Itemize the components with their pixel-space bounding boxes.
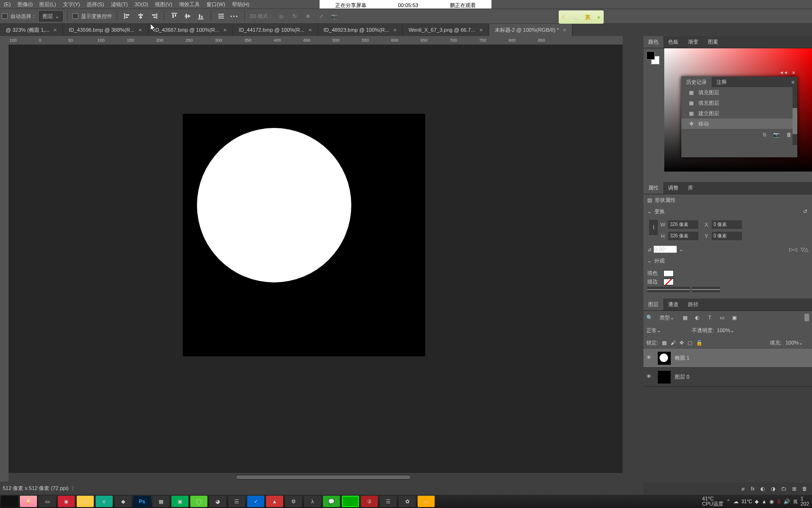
lock-brush-icon[interactable]: 🖌 — [670, 340, 676, 345]
gpu-temp[interactable]: 41°C CPU温度 — [702, 496, 723, 507]
opacity-input[interactable]: 100%⌄ — [717, 327, 741, 334]
tray-icon[interactable]: ◆ — [755, 499, 758, 505]
history-item[interactable]: ▦填充图层 — [681, 87, 797, 98]
3d-roll-icon[interactable]: ↻ — [289, 11, 300, 21]
canvas-viewport[interactable] — [9, 45, 623, 473]
taskbar-camera-icon[interactable]: ◉ — [58, 496, 75, 507]
stroke-swatch[interactable] — [663, 279, 674, 285]
visibility-icon[interactable]: 👁 — [646, 373, 654, 381]
tab-history[interactable]: 历史记录 — [681, 76, 712, 88]
height-input[interactable] — [668, 232, 698, 240]
transform-section-header[interactable]: ⌄ 变换 ↺ — [643, 206, 812, 217]
taskbar-app-icon[interactable]: λ — [304, 496, 321, 507]
close-icon[interactable]: ✕ — [223, 27, 227, 33]
layer-thumbnail[interactable] — [658, 352, 671, 365]
new-layer-icon[interactable]: ⊞ — [792, 486, 796, 492]
taskbar-explorer-icon[interactable]: 🗀 — [77, 496, 94, 507]
ellipse-shape[interactable] — [197, 128, 351, 282]
horizontal-scrollbar[interactable] — [9, 473, 623, 481]
filter-type-icon[interactable]: T — [705, 313, 714, 322]
taskbar-app-icon[interactable]: ◯ — [190, 496, 207, 507]
layer-mask-icon[interactable]: ◐ — [760, 486, 765, 492]
history-item[interactable]: ▦建立图层 — [681, 108, 797, 118]
close-icon[interactable]: ✕ — [792, 70, 795, 75]
scrollbar-thumb[interactable] — [236, 475, 411, 480]
fill-adjust-icon[interactable]: ◑ — [771, 486, 776, 492]
menu-edit[interactable]: (E) — [1, 0, 14, 8]
tab-libraries[interactable]: 库 — [683, 182, 698, 194]
document-canvas[interactable] — [183, 114, 425, 356]
tray-icon[interactable]: ◉ — [769, 499, 774, 505]
y-input[interactable] — [712, 232, 742, 240]
search-icon[interactable]: 🔍 — [646, 315, 653, 321]
document-tab[interactable]: 未标题-2 @ 100%(RGB/8) *✕ — [489, 24, 573, 36]
stroke-style-dropdown[interactable] — [692, 287, 720, 292]
group-icon[interactable]: 🗀 — [781, 486, 786, 491]
close-icon[interactable]: ✕ — [308, 27, 312, 33]
layer-fx-icon[interactable]: fx — [750, 486, 755, 491]
link-wh-icon[interactable]: ⌇ — [649, 220, 658, 235]
flip-h-icon[interactable]: ▷◁ — [789, 246, 797, 253]
layer-name[interactable]: 椭圆 1 — [675, 354, 689, 362]
tray-icon[interactable]: ▲ — [761, 499, 767, 504]
history-scrollbar[interactable] — [793, 87, 797, 145]
taskbar-app-icon[interactable] — [342, 496, 359, 507]
lock-all-icon[interactable]: 🔒 — [696, 340, 703, 346]
taskbar-app-icon[interactable]: ◆ — [115, 496, 132, 507]
tab-notes[interactable]: 注释 — [712, 76, 732, 88]
close-icon[interactable]: ✕ — [393, 27, 397, 33]
appearance-section-header[interactable]: ⌄ 外观 — [643, 255, 812, 266]
document-tab[interactable]: ID_44172.bmp @ 100%(R...✕ — [233, 24, 318, 36]
collapse-icon[interactable]: ◄◄ — [779, 70, 788, 75]
taskbar-app-icon[interactable]: ☰ — [228, 496, 245, 507]
taskbar-edge-icon[interactable]: e — [96, 496, 113, 507]
snapshot-icon[interactable]: 📷 — [773, 132, 780, 138]
trash-icon[interactable]: 🗑 — [786, 132, 792, 137]
document-tab[interactable]: ID_48923.bmp @ 100%(R...✕ — [318, 24, 403, 36]
document-tab[interactable]: @ 323% (椭圆 1,...✕ — [0, 24, 63, 36]
taskbar-wechat-icon[interactable]: 💬 — [323, 496, 340, 507]
tab-patterns[interactable]: 图案 — [703, 36, 723, 48]
menu-window[interactable]: 窗口(W) — [204, 0, 228, 9]
link-layers-icon[interactable]: ⌀ — [741, 486, 745, 492]
taskbar-photoshop-icon[interactable]: Ps — [134, 496, 151, 507]
layer-row[interactable]: 👁椭圆 1 — [643, 349, 812, 368]
document-tab[interactable]: ID_43687.bmp @ 100%(R...✕ — [148, 24, 233, 36]
menu-filter[interactable]: 滤镜(T) — [108, 0, 131, 9]
ruler-vertical[interactable] — [0, 45, 9, 481]
tab-gradients[interactable]: 渐变 — [683, 36, 703, 48]
trash-icon[interactable]: 🗑 — [802, 486, 807, 491]
align-bottom-icon[interactable] — [196, 11, 206, 21]
taskbar-taskview-icon[interactable]: ▭ — [39, 496, 56, 507]
3d-pan-icon[interactable]: ✥ — [303, 11, 313, 21]
align-left-icon[interactable] — [122, 11, 133, 21]
history-panel-floating[interactable]: ◄◄ ✕ 历史记录 注释 ≡ ▦填充图层▦填充图层▦建立图层✥移动 ⎘ 📷 🗑 — [681, 77, 797, 157]
scrollbar-thumb[interactable] — [793, 108, 797, 134]
taskbar-chrome-icon[interactable]: ◕ — [209, 496, 226, 507]
ime-indicator[interactable]: 英 — [793, 499, 798, 504]
3d-orbit-icon[interactable]: ◎ — [276, 11, 286, 21]
distribute-icon[interactable] — [216, 11, 226, 21]
stroke-width-slider[interactable] — [647, 287, 690, 292]
chevron-down-icon[interactable]: ⌄ — [679, 246, 683, 253]
document-tab[interactable]: ID_43596.bmp @ 388%(R...✕ — [63, 24, 148, 36]
taskbar-app-icon[interactable]: ▲ — [266, 496, 283, 507]
lock-position-icon[interactable]: ✥ — [679, 340, 684, 346]
3d-slide-icon[interactable]: ⤢ — [316, 11, 326, 21]
menu-view[interactable]: 视图(V) — [152, 0, 175, 9]
close-icon[interactable]: ✕ — [138, 27, 142, 33]
x-input[interactable] — [712, 220, 742, 229]
fill-swatch[interactable] — [663, 270, 674, 277]
auto-select-dropdown[interactable]: 图层 ⌄ — [39, 11, 62, 21]
create-document-icon[interactable]: ⎘ — [763, 132, 767, 137]
filter-adjust-icon[interactable]: ◐ — [693, 313, 702, 322]
taskbar-app-icon[interactable]: ▣ — [171, 496, 188, 507]
filter-toggle[interactable] — [804, 314, 809, 321]
flip-v-icon[interactable]: ▽△ — [801, 246, 808, 253]
menu-layer[interactable]: 图层(L) — [36, 0, 59, 9]
filter-type-dropdown[interactable]: 类型⌄ — [657, 314, 677, 322]
tab-color[interactable]: 颜色 — [643, 36, 663, 48]
foreground-color-swatch[interactable] — [646, 51, 655, 60]
width-input[interactable] — [668, 220, 698, 229]
menu-type[interactable]: 文字(Y) — [60, 0, 83, 9]
